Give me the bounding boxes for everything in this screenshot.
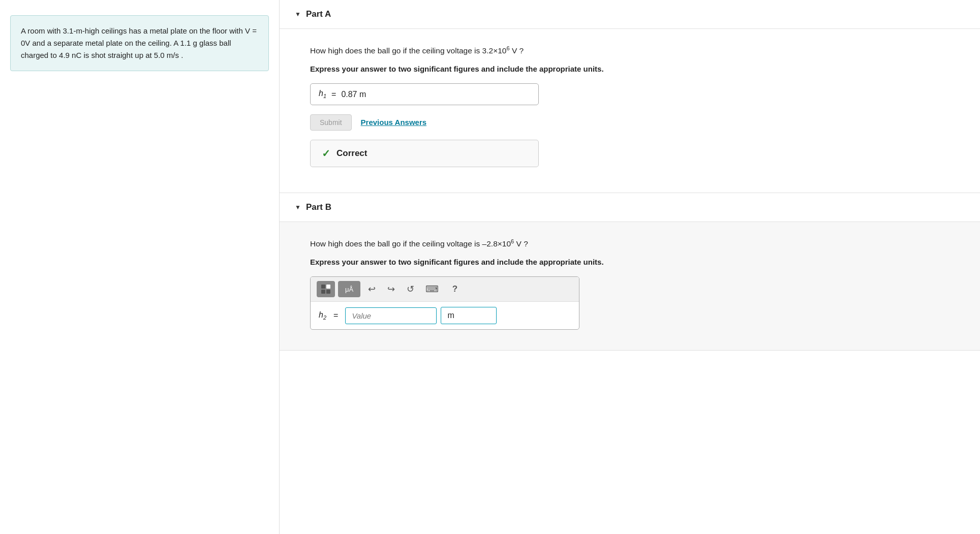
part-a-submit-button[interactable]: Submit — [310, 114, 352, 131]
part-a-chevron-icon: ▼ — [295, 11, 301, 18]
part-a-answer-box: h1 = 0.87 m — [310, 83, 539, 105]
part-b-label: Part B — [306, 202, 331, 212]
part-b-equals: = — [333, 311, 338, 320]
matrix-button[interactable] — [317, 281, 335, 297]
part-b-math-widget: μÅ ↩ ↪ ↺ ⌨ ? h2 — [310, 276, 579, 330]
part-a-previous-answers-link[interactable]: Previous Answers — [361, 118, 427, 127]
part-b-input-row: h2 = — [311, 302, 579, 329]
part-b-value-input[interactable] — [345, 307, 437, 324]
help-button[interactable]: ? — [446, 281, 464, 297]
correct-checkmark-icon: ✓ — [322, 147, 330, 160]
part-b-header[interactable]: ▼ Part B — [280, 193, 980, 222]
part-b-chevron-icon: ▼ — [295, 204, 301, 211]
problem-text: A room with 3.1-m-high ceilings has a me… — [21, 26, 257, 59]
part-b-unit-input[interactable] — [441, 307, 497, 324]
keyboard-button[interactable]: ⌨ — [421, 281, 443, 297]
part-a-equals: = — [331, 90, 336, 99]
part-b-toolbar: μÅ ↩ ↪ ↺ ⌨ ? — [311, 277, 579, 302]
part-b-instruction: Express your answer to two significant f… — [310, 257, 950, 267]
part-a-submit-row: Submit Previous Answers — [310, 114, 950, 131]
part-b-var-label: h2 — [319, 310, 326, 321]
part-a-question: How high does the ball go if the ceiling… — [310, 44, 950, 56]
part-a-var-label: h1 — [319, 89, 326, 99]
part-a-answer-value: 0.87 m — [341, 90, 366, 99]
part-b-question: How high does the ball go if the ceiling… — [310, 237, 950, 249]
part-a-instruction: Express your answer to two significant f… — [310, 64, 950, 74]
part-a-content: How high does the ball go if the ceiling… — [280, 29, 980, 193]
redo-button[interactable]: ↪ — [383, 281, 399, 297]
part-b-content: How high does the ball go if the ceiling… — [280, 222, 980, 350]
problem-box: A room with 3.1-m-high ceilings has a me… — [10, 15, 269, 71]
correct-label: Correct — [336, 148, 367, 159]
left-panel: A room with 3.1-m-high ceilings has a me… — [0, 0, 280, 534]
part-a-section: ▼ Part A How high does the ball go if th… — [280, 0, 980, 193]
greek-symbol-button[interactable]: μÅ — [338, 281, 360, 297]
reset-icon: ↺ — [407, 284, 414, 295]
part-b-section: ▼ Part B How high does the ball go if th… — [280, 193, 980, 351]
undo-icon: ↩ — [368, 284, 376, 295]
redo-icon: ↪ — [387, 284, 395, 295]
part-a-label: Part A — [306, 9, 331, 19]
reset-button[interactable]: ↺ — [402, 281, 418, 297]
keyboard-icon: ⌨ — [425, 284, 439, 295]
undo-button[interactable]: ↩ — [363, 281, 380, 297]
part-a-header[interactable]: ▼ Part A — [280, 0, 980, 29]
right-panel: ▼ Part A How high does the ball go if th… — [280, 0, 980, 534]
part-a-correct-box: ✓ Correct — [310, 140, 539, 167]
